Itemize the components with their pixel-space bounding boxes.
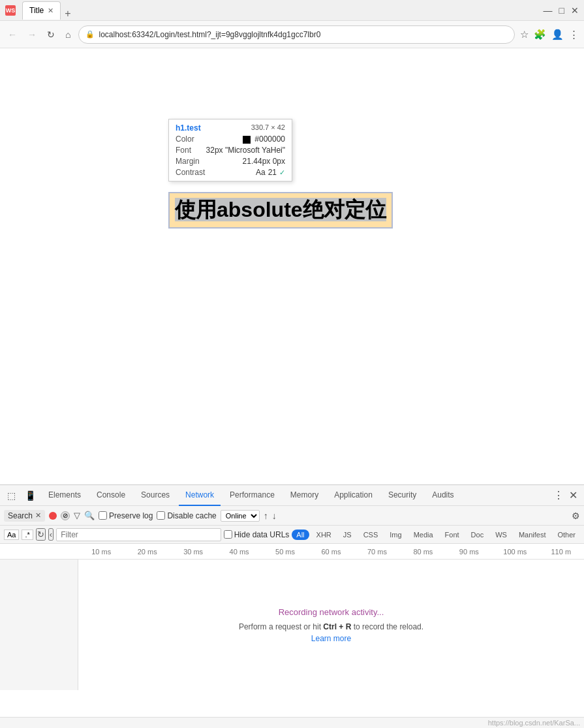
refresh-button[interactable]: ↻: [44, 28, 57, 41]
account-icon[interactable]: 👤: [551, 29, 564, 40]
url-text: localhost:63342/Login/test.html?_ijt=9g8…: [99, 30, 320, 39]
tab-network[interactable]: Network: [179, 485, 221, 506]
import-har-button[interactable]: ↑: [264, 511, 268, 521]
address-bar: ← → ↻ ⌂ 🔒 localhost:63342/Login/test.htm…: [0, 21, 584, 48]
tab-sources[interactable]: Sources: [134, 485, 176, 506]
filter-xhr[interactable]: XHR: [312, 530, 336, 540]
watermark-text: https://blog.csdn.net/KarSa...: [488, 719, 580, 727]
address-right: ☆ 🧩 👤 ⋮: [520, 29, 579, 40]
window-controls: — □ ✕: [544, 5, 579, 16]
menu-icon[interactable]: ⋮: [569, 29, 579, 40]
search-close-icon[interactable]: ✕: [35, 511, 41, 520]
tick-80ms: 80 ms: [400, 548, 446, 556]
search-tab[interactable]: Search ✕: [4, 510, 45, 522]
filter-img[interactable]: Img: [385, 530, 406, 540]
disable-cache-checkbox[interactable]: Disable cache: [157, 511, 216, 520]
h1-highlight: 使用absolute绝对定位: [168, 192, 393, 229]
maximize-button[interactable]: □: [559, 5, 564, 16]
tab-application[interactable]: Application: [328, 485, 379, 506]
bookmark-icon[interactable]: ☆: [520, 29, 529, 40]
preserve-log-checkbox[interactable]: Preserve log: [99, 511, 153, 520]
color-swatch: [243, 136, 251, 144]
filter-js[interactable]: JS: [339, 530, 356, 540]
contrast-label: Contrast: [176, 168, 205, 177]
devtools-inspect-icon[interactable]: ⬚: [4, 489, 19, 502]
tick-50ms: 50 ms: [262, 548, 308, 556]
devtools-sidebar: [0, 560, 78, 690]
contrast-value: Aa 21 ✓: [256, 168, 285, 177]
filter-manifest[interactable]: Manifest: [514, 530, 551, 540]
active-tab[interactable]: Title ✕: [22, 1, 61, 20]
tab-performance[interactable]: Performance: [223, 485, 281, 506]
new-tab-button[interactable]: +: [61, 8, 74, 20]
forward-button[interactable]: →: [25, 28, 39, 41]
ws-logo: WS: [5, 5, 16, 16]
collapse-button[interactable]: ‹: [48, 528, 54, 541]
tick-30ms: 30 ms: [170, 548, 216, 556]
color-value: #000000: [243, 135, 285, 144]
margin-value: 21.44px 0px: [243, 157, 285, 166]
filter-ws[interactable]: WS: [491, 530, 512, 540]
element-popup: h1.test 330.7 × 42 Color #000000 Font 32…: [168, 119, 292, 182]
timeline-bar: 10 ms 20 ms 30 ms 40 ms 50 ms 60 ms 70 m…: [0, 544, 584, 560]
viewport: h1.test 330.7 × 42 Color #000000 Font 32…: [0, 48, 584, 484]
tick-60ms: 60 ms: [308, 548, 354, 556]
home-button[interactable]: ⌂: [63, 28, 73, 41]
tab-elements[interactable]: Elements: [42, 485, 87, 506]
devtools-main: Recording network activity... Perform a …: [78, 560, 584, 690]
tick-20ms: 20 ms: [124, 548, 170, 556]
throttle-select[interactable]: Online: [221, 510, 260, 522]
minimize-button[interactable]: —: [544, 5, 553, 16]
regex-button[interactable]: .*: [22, 530, 33, 540]
perform-text: Perform a request or hit Ctrl + R to rec…: [239, 622, 423, 631]
margin-label: Margin: [176, 157, 200, 166]
tick-70ms: 70 ms: [354, 548, 400, 556]
network-toolbar: Search ✕ ⊘ ▽ 🔍 Preserve log Disable cach…: [0, 506, 584, 526]
negate-filter-button[interactable]: ↻: [36, 528, 46, 541]
clear-button[interactable]: ⊘: [61, 511, 70, 520]
filter-media[interactable]: Media: [409, 530, 438, 540]
export-har-button[interactable]: ↓: [272, 511, 277, 521]
close-window-button[interactable]: ✕: [571, 5, 579, 16]
devtools-panel: ⬚ 📱 Elements Console Sources Network Per…: [0, 484, 584, 690]
font-value: 32px "Microsoft YaHei": [206, 146, 285, 155]
tab-close-btn[interactable]: ✕: [48, 7, 54, 15]
back-button[interactable]: ←: [5, 28, 20, 41]
devtools-device-icon[interactable]: 📱: [22, 489, 39, 502]
search-icon[interactable]: 🔍: [84, 511, 95, 520]
learn-more-link[interactable]: Learn more: [311, 634, 351, 643]
tab-memory[interactable]: Memory: [284, 485, 325, 506]
record-button[interactable]: [49, 512, 57, 520]
contrast-check: ✓: [279, 168, 285, 177]
settings-icon[interactable]: ⚙: [572, 511, 580, 521]
tick-10ms: 10 ms: [78, 548, 124, 556]
filter-other[interactable]: Other: [553, 530, 580, 540]
search-tab-label: Search: [8, 511, 33, 520]
devtools-more-icon[interactable]: ⋮: [553, 489, 564, 501]
filter-input[interactable]: [56, 528, 221, 541]
devtools-close-button[interactable]: ✕: [566, 488, 580, 503]
filter-font[interactable]: Font: [440, 530, 464, 540]
case-sensitive-button[interactable]: Aa: [4, 530, 19, 540]
extension-icon[interactable]: 🧩: [534, 29, 546, 40]
filter-icon[interactable]: ▽: [74, 511, 80, 520]
color-label: Color: [176, 135, 194, 144]
title-bar: WS Title ✕ + — □ ✕: [0, 0, 584, 21]
hide-data-urls-checkbox[interactable]: Hide data URLs: [224, 530, 290, 539]
tab-title: Title: [29, 6, 44, 15]
tab-audits[interactable]: Audits: [425, 485, 460, 506]
tab-console[interactable]: Console: [90, 485, 132, 506]
popup-header: h1.test 330.7 × 42: [176, 123, 285, 133]
filter-doc[interactable]: Doc: [467, 530, 489, 540]
bottom-bar: https://blog.csdn.net/KarSa...: [0, 717, 584, 728]
lock-icon: 🔒: [85, 30, 95, 39]
popup-margin-row: Margin 21.44px 0px: [176, 157, 285, 166]
tab-security[interactable]: Security: [382, 485, 423, 506]
network-filter-bar: Aa .* ↻ ‹ Hide data URLs All XHR JS CSS …: [0, 526, 584, 544]
devtools-content: Recording network activity... Perform a …: [0, 560, 584, 690]
url-box[interactable]: 🔒 localhost:63342/Login/test.html?_ijt=9…: [78, 25, 515, 44]
filter-css[interactable]: CSS: [359, 530, 383, 540]
popup-color-row: Color #000000: [176, 135, 285, 144]
filter-all[interactable]: All: [292, 530, 309, 540]
tick-90ms: 90 ms: [446, 548, 492, 556]
